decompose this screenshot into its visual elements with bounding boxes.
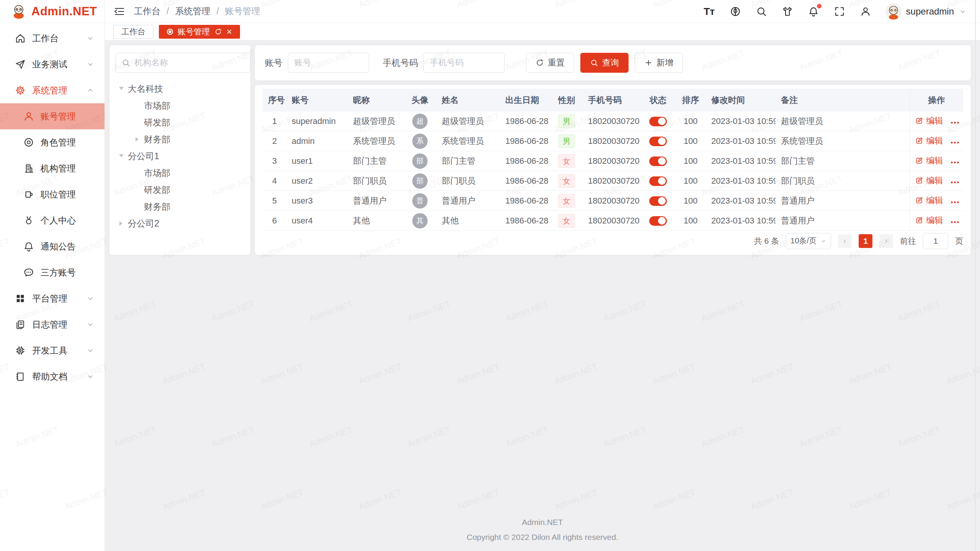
status-toggle[interactable]: [649, 216, 667, 226]
cell-name: 部门职员: [436, 171, 500, 191]
fullscreen-icon[interactable]: [833, 5, 846, 18]
chevron-down-icon: [959, 7, 967, 16]
query-button[interactable]: 查询: [580, 53, 629, 73]
sidebar-item-workbench[interactable]: 工作台: [0, 25, 105, 51]
sidebar-item-account-manage[interactable]: 账号管理: [0, 103, 105, 129]
sidebar: Admin.NET 工作台业务测试系统管理账号管理角色管理机构管理职位管理个人中…: [0, 0, 105, 551]
reset-button[interactable]: 重置: [526, 53, 574, 73]
cell-name: 系统管理员: [436, 131, 500, 151]
page-content: ••• 大名科技市场部研发部财务部分公司1市场部研发部财务部分公司2 账号 手机…: [105, 41, 980, 551]
tree-node[interactable]: 研发部: [116, 114, 244, 131]
tree-node[interactable]: 分公司2: [116, 215, 244, 232]
gender-tag: 女: [558, 194, 575, 208]
collapse-sidebar-icon[interactable]: [113, 5, 126, 18]
sidebar-item-profile-center[interactable]: 个人中心: [0, 207, 105, 233]
tree-caret-icon[interactable]: [119, 86, 124, 91]
language-icon[interactable]: [729, 5, 742, 18]
user-icon[interactable]: [859, 5, 872, 18]
sidebar-item-system-manage[interactable]: 系统管理: [0, 77, 105, 103]
status-toggle[interactable]: [649, 196, 667, 206]
refresh-tab-icon[interactable]: [214, 28, 222, 36]
font-size-icon[interactable]: Tт: [703, 5, 715, 18]
chevron-down-icon: [86, 294, 95, 303]
cell-nickname: 系统管理员: [348, 131, 403, 151]
tree-caret-icon[interactable]: [119, 153, 124, 159]
edit-button[interactable]: 编辑: [915, 215, 943, 226]
tree-node[interactable]: 分公司1: [116, 148, 244, 165]
sidebar-item-log-manage[interactable]: 日志管理: [0, 311, 105, 337]
status-toggle[interactable]: [649, 156, 667, 166]
cell-nickname: 普通用户: [348, 191, 403, 211]
logo[interactable]: Admin.NET: [0, 0, 105, 23]
sidebar-item-third-account[interactable]: 三方账号: [0, 259, 105, 285]
more-actions-button[interactable]: •••: [951, 179, 960, 186]
sidebar-item-org-manage[interactable]: 机构管理: [0, 155, 105, 181]
notification-badge: [817, 4, 822, 8]
status-toggle[interactable]: [649, 137, 667, 146]
more-actions-button[interactable]: •••: [951, 119, 960, 126]
sidebar-item-help-docs[interactable]: 帮助文档: [0, 364, 105, 390]
more-actions-button[interactable]: •••: [951, 218, 960, 226]
current-page-button[interactable]: 1: [859, 234, 872, 248]
tree-node[interactable]: 研发部: [116, 181, 244, 198]
tab-workbench[interactable]: 工作台: [113, 25, 154, 39]
column-header: 修改时间: [706, 89, 776, 111]
cell-order: 100: [675, 211, 706, 231]
app-title: Admin.NET: [31, 5, 97, 18]
chevron-down-icon: [820, 238, 826, 244]
sidebar-item-role-manage[interactable]: 角色管理: [0, 129, 105, 155]
column-header: 序号: [263, 89, 286, 111]
breadcrumb-item[interactable]: 工作台: [134, 5, 160, 17]
sidebar-item-business-test[interactable]: 业务测试: [0, 51, 105, 77]
next-page-button[interactable]: ›: [879, 234, 893, 248]
tree-caret-icon[interactable]: [119, 221, 124, 226]
account-filter-input[interactable]: [288, 53, 369, 73]
tree-node[interactable]: 大名科技: [116, 80, 244, 97]
chevron-down-icon: [86, 372, 95, 381]
cell-birthdate: 1986-06-28: [500, 151, 550, 171]
sidebar-item-notice[interactable]: 通知公告: [0, 233, 105, 259]
user-menu[interactable]: superadmin: [885, 3, 967, 20]
sidebar-item-dev-tools[interactable]: 开发工具: [0, 337, 105, 364]
tree-node[interactable]: 市场部: [116, 165, 244, 181]
gear-icon: [15, 85, 26, 96]
org-search-input[interactable]: [134, 58, 245, 68]
send-icon: [15, 59, 26, 70]
more-actions-button[interactable]: •••: [951, 139, 960, 146]
edit-button[interactable]: 编辑: [915, 115, 943, 127]
status-toggle[interactable]: [649, 176, 667, 186]
table-row: 3user1部门主管部部门主管1986-06-28女18020030720100…: [263, 151, 963, 171]
prev-page-button[interactable]: ‹: [838, 234, 852, 248]
account-filter-label: 账号: [265, 57, 283, 69]
sidebar-item-position-manage[interactable]: 职位管理: [0, 181, 105, 207]
breadcrumb-item[interactable]: 系统管理: [175, 5, 210, 17]
chevron-down-icon: [86, 346, 95, 355]
edit-button[interactable]: 编辑: [915, 175, 943, 186]
tree-node[interactable]: 财务部: [116, 198, 244, 215]
more-actions-button[interactable]: •••: [951, 199, 960, 206]
sidebar-item-platform-manage[interactable]: 平台管理: [0, 285, 105, 311]
tree-node[interactable]: 市场部: [116, 97, 244, 114]
notification-icon[interactable]: [807, 5, 820, 18]
home-icon: [15, 33, 26, 44]
cell-birthdate: 1986-06-28: [500, 111, 550, 131]
cell-index: 4: [263, 171, 286, 191]
edit-button[interactable]: 编辑: [915, 135, 943, 147]
tab-account-manage[interactable]: 账号管理 ×: [159, 25, 240, 39]
status-toggle[interactable]: [649, 117, 667, 126]
add-button[interactable]: 新增: [635, 53, 683, 73]
scrollbar-rail: [975, 0, 976, 551]
more-actions-button[interactable]: •••: [951, 159, 960, 166]
page-size-select[interactable]: 10条/页: [786, 233, 831, 249]
goto-page-input[interactable]: [923, 233, 948, 249]
theme-icon[interactable]: [781, 5, 794, 18]
edit-button[interactable]: 编辑: [915, 195, 943, 206]
breadcrumb: 工作台 / 系统管理 / 账号管理: [134, 5, 260, 17]
edit-button[interactable]: 编辑: [915, 155, 943, 166]
close-tab-icon[interactable]: ×: [227, 27, 232, 36]
tree-caret-icon[interactable]: [135, 137, 140, 142]
cell-actions: 编辑•••: [910, 191, 963, 211]
search-icon[interactable]: [755, 5, 768, 18]
tree-node[interactable]: 财务部: [116, 131, 244, 148]
phone-filter-input[interactable]: [423, 53, 505, 73]
